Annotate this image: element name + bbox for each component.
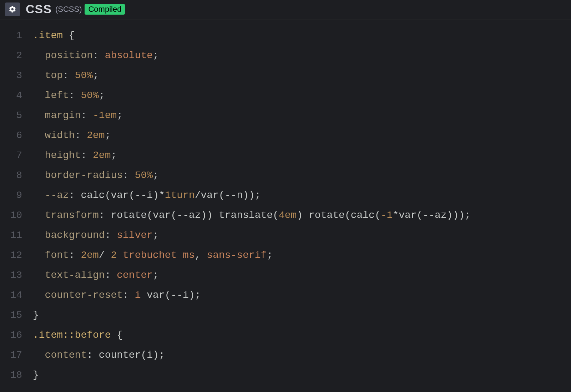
line-number: 9 <box>0 185 22 205</box>
code-line: top: 50%; <box>33 66 471 86</box>
code-line: font: 2em/ 2 trebuchet ms, sans-serif; <box>33 245 471 265</box>
line-number: 18 <box>0 365 22 385</box>
code-line: } <box>33 305 471 325</box>
gear-icon <box>9 5 16 13</box>
line-number: 14 <box>0 285 22 305</box>
line-number: 12 <box>0 245 22 265</box>
code-line: margin: -1em; <box>33 106 471 126</box>
code-line: content: counter(i); <box>33 345 471 365</box>
compiled-badge[interactable]: Compiled <box>85 4 125 15</box>
line-number: 16 <box>0 325 22 345</box>
line-number: 1 <box>0 26 22 46</box>
line-number: 10 <box>0 205 22 225</box>
line-number: 3 <box>0 66 22 86</box>
code-line: counter-reset: i var(--i); <box>33 285 471 305</box>
settings-button[interactable] <box>5 2 20 16</box>
line-number: 4 <box>0 86 22 106</box>
panel-subtitle: (SCSS) <box>55 5 82 14</box>
line-number: 11 <box>0 225 22 245</box>
editor-header: CSS (SCSS) Compiled <box>0 0 571 20</box>
code-line: width: 2em; <box>33 126 471 146</box>
code-content[interactable]: .item { position: absolute; top: 50%; le… <box>26 26 471 385</box>
code-line: position: absolute; <box>33 46 471 66</box>
code-line: background: silver; <box>33 225 471 245</box>
line-number: 7 <box>0 146 22 166</box>
code-line: transform: rotate(var(--az)) translate(4… <box>33 205 471 225</box>
code-line: text-align: center; <box>33 265 471 285</box>
line-number: 15 <box>0 305 22 325</box>
code-line: .item::before { <box>33 325 471 345</box>
code-line: --az: calc(var(--i)*1turn/var(--n)); <box>33 185 471 205</box>
line-number: 8 <box>0 166 22 185</box>
code-line: } <box>33 365 471 385</box>
line-number: 2 <box>0 46 22 66</box>
code-editor[interactable]: 1 2 3 4 5 6 7 8 9 10 11 12 13 14 15 16 1… <box>0 20 571 385</box>
code-line: border-radius: 50%; <box>33 166 471 185</box>
code-line: .item { <box>33 26 471 46</box>
line-number-gutter: 1 2 3 4 5 6 7 8 9 10 11 12 13 14 15 16 1… <box>0 26 26 385</box>
panel-title: CSS <box>26 2 52 16</box>
code-line: height: 2em; <box>33 146 471 166</box>
line-number: 17 <box>0 345 22 365</box>
line-number: 5 <box>0 106 22 126</box>
line-number: 13 <box>0 265 22 285</box>
code-line: left: 50%; <box>33 86 471 106</box>
line-number: 6 <box>0 126 22 146</box>
